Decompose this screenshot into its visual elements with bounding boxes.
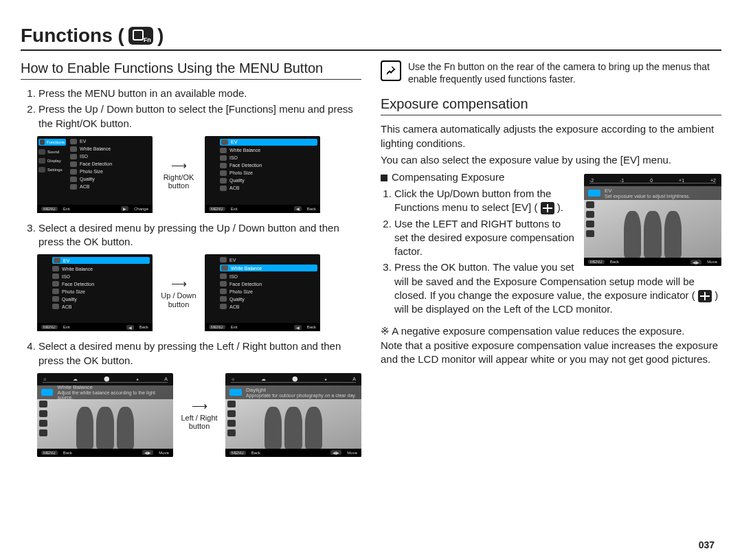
page-title-a: Functions ( — [21, 25, 124, 47]
quality-icon — [220, 178, 227, 183]
lbl: Left / Right — [181, 414, 217, 422]
back-lbl: Back — [307, 325, 316, 329]
exit-lbl: Exit — [231, 207, 238, 211]
iso-icon — [52, 273, 59, 279]
face-icon — [70, 161, 77, 167]
lbl: button — [189, 422, 210, 430]
tick: +2 — [710, 178, 716, 183]
lbl: Face Detection — [80, 161, 112, 166]
back-chip: ◀ — [126, 325, 134, 330]
size-icon — [70, 169, 77, 175]
exit-lbl: Exit — [63, 325, 70, 329]
arrow-block-3: ⟶ Left / Right button — [179, 399, 220, 431]
lbl: EV — [80, 139, 86, 144]
iso-icon — [220, 273, 227, 279]
lbl: button — [168, 300, 190, 309]
lbl: Photo Size — [229, 170, 253, 175]
lcd-list-col: EV White Balance ISO Face Detection Phot… — [52, 257, 150, 322]
arrow-block-1: ⟶ Right/OK button — [158, 159, 199, 190]
lcd-root-right: EV White Balance ISO Face Detection Phot… — [70, 139, 150, 203]
menu-chip: MENU — [209, 207, 225, 211]
side-icons — [227, 401, 237, 447]
lcd-menu-root: Functions Sound Display Settings EV Whit… — [37, 136, 153, 213]
sun-icon — [229, 389, 242, 396]
menu-chip: MENU — [41, 207, 58, 211]
back-lbl: Back — [139, 325, 148, 329]
lbl: Functions — [47, 140, 65, 144]
left-heading: How to Enable Functions Using the MENU B… — [21, 60, 361, 80]
acb-icon — [70, 184, 77, 190]
steps-1-2: Press the MENU button in an available mo… — [21, 87, 361, 131]
lcd-footerbar: MENUBack ◀▶Move — [584, 258, 721, 266]
step-3: Select a desired menu by pressing the Up… — [38, 221, 361, 249]
back-chip: ◀ — [294, 325, 302, 330]
lbl: White Balance — [62, 267, 93, 271]
two-column-layout: How to Enable Functions Using the MENU B… — [21, 60, 721, 465]
lbl: Adjust the white balance according to th… — [57, 390, 169, 400]
wb-icon — [70, 146, 77, 152]
lcd-functions-list: EV White Balance ISO Face Detection Phot… — [205, 136, 320, 213]
lbl: ACB — [80, 184, 89, 189]
ev-icon — [54, 258, 60, 263]
step-2: Press the Up / Down button to select the… — [38, 102, 361, 131]
lbl: Up / Down — [161, 291, 196, 300]
wb-icons-row: ☼☁⚪⬥A — [43, 375, 168, 383]
side-icons — [39, 401, 49, 447]
lbl: ACB — [229, 186, 239, 190]
lbl: Right/OK — [164, 173, 194, 181]
page-title-row: Functions ( ) — [21, 25, 721, 51]
manual-page: Functions ( ) How to Enable Functions Us… — [0, 0, 742, 560]
footnote: ※ A negative exposure compensation value… — [381, 324, 721, 366]
lcd-footerbar: MENUExit ◀Back — [37, 323, 153, 331]
lbl: Sound — [47, 150, 59, 154]
ev-scale: -2 -1 0 +1 +2 — [589, 176, 716, 184]
lbl: Compensating Exposure — [392, 171, 504, 183]
txt: Press the OK button. The value you set w… — [394, 261, 695, 301]
size-icon — [52, 289, 59, 294]
wb-strip: DaylightAppropriate for outdoor photogra… — [225, 385, 361, 399]
lcd-updown-b: EV White Balance ISO Face Detection Phot… — [205, 254, 320, 331]
size-icon — [220, 289, 227, 294]
lcd-footerbar: MENUExit ◀Back — [205, 323, 320, 331]
move-chip: ◀▶ — [690, 260, 701, 265]
lbl: ISO — [62, 274, 70, 279]
ev-strip: EVSet exposure value to adjust brightnes… — [584, 186, 721, 200]
reference-mark-icon: ※ — [381, 326, 390, 337]
lbl: ACB — [229, 304, 239, 309]
lbl: White Balance — [57, 384, 169, 390]
lbl: button — [168, 181, 190, 190]
comp-step-3: Press the OK button. The value you set w… — [394, 260, 721, 316]
lbl: Set exposure value to adjust brightness. — [605, 194, 690, 199]
lbl: Quality — [62, 297, 77, 302]
info-note: Use the Fn button on the rear of the cam… — [381, 60, 721, 85]
ev-icon — [70, 139, 77, 144]
lbl: Appropriate for outdoor photography on a… — [246, 393, 356, 398]
lcd-wb-a: ☼☁⚪⬥A White BalanceAdjust the white bala… — [37, 373, 173, 457]
lcd-footerbar: MENUBack ◀▶Move — [225, 449, 361, 457]
iso-icon — [220, 155, 227, 161]
move-lbl: Move — [707, 260, 717, 264]
screens-row-3: ☼☁⚪⬥A White BalanceAdjust the white bala… — [37, 373, 361, 457]
lbl: White Balance — [80, 146, 111, 151]
tick: 0 — [650, 178, 653, 183]
face-icon — [220, 281, 227, 287]
arrow3-label: Left / Right button — [179, 414, 220, 431]
back-lbl: Back — [307, 207, 316, 211]
lbl: Daylight — [246, 387, 356, 393]
lbl: Photo Size — [80, 169, 103, 174]
lcd-footerbar: MENUExit ▶Change — [37, 205, 153, 213]
intro-1: This camera automatically adjusts the ex… — [381, 122, 721, 150]
screens-row-2: EV White Balance ISO Face Detection Phot… — [37, 254, 361, 331]
menu-chip: MENU — [229, 451, 246, 455]
wb-icon — [41, 389, 53, 396]
exit-lbl: Exit — [231, 325, 238, 329]
lbl: Settings — [47, 168, 63, 172]
arrow2-label: Up / Down button — [158, 291, 199, 309]
back-lbl: Back — [63, 451, 72, 455]
wb-icons-row: ☼☁⚪⬥A — [231, 375, 356, 383]
menu-chip: MENU — [41, 325, 58, 329]
lcd-list-col: EV White Balance ISO Face Detection Phot… — [220, 139, 317, 203]
screens-row-1: Functions Sound Display Settings EV Whit… — [37, 136, 361, 213]
lcd-list-col: EV White Balance ISO Face Detection Phot… — [220, 257, 317, 322]
back-chip: ◀ — [294, 206, 302, 211]
